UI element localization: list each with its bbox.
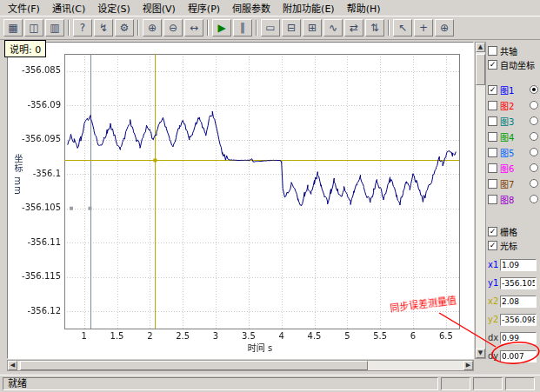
field-y2-label: y2 <box>488 315 500 324</box>
new-window-button[interactable]: ▦ <box>3 19 23 37</box>
field-y1-row: y1 <box>488 274 538 292</box>
cursor-row: ✓光标 <box>488 238 538 252</box>
zoom-out-button[interactable]: ⊖ <box>163 19 183 37</box>
cursor-label: 光标 <box>500 239 517 252</box>
scroll-right-button[interactable]: ▶ <box>463 361 473 370</box>
zoom-x-button[interactable]: ⊟ <box>282 19 301 37</box>
auto-scale-checkbox[interactable]: ✓ <box>488 60 497 70</box>
grid-row: ✓栅格 <box>488 224 538 238</box>
plot-7-checkbox[interactable] <box>488 179 497 189</box>
plot-8-row: 图8 <box>488 191 538 207</box>
plot-1-checkbox[interactable]: ✓ <box>488 85 497 95</box>
expand-x-button[interactable]: ↔ <box>184 19 203 37</box>
field-dy-label: dy <box>488 351 500 361</box>
grid-label: 栅格 <box>500 225 517 238</box>
menu-item-5[interactable]: 程序(P) <box>182 0 226 17</box>
field-x1-row: x1 <box>488 256 538 274</box>
chart-hscrollbar[interactable]: ◀ ▶ <box>7 360 474 371</box>
pause-button[interactable]: ‖ <box>233 19 252 37</box>
field-y1-input[interactable] <box>500 277 537 289</box>
status-pane-2 <box>473 377 503 390</box>
plot-4-radio[interactable] <box>530 132 538 141</box>
hscroll-thumb[interactable] <box>20 361 368 370</box>
scroll-x-button[interactable]: ⇄ <box>344 19 363 37</box>
plot-8-checkbox[interactable] <box>488 195 497 204</box>
plot-2-checkbox[interactable] <box>488 101 497 110</box>
chart-vscrollbar[interactable]: ▲ ▼ <box>475 42 486 359</box>
menu-item-4[interactable]: 视图(V) <box>137 0 182 17</box>
toolbar-separator <box>207 20 209 36</box>
toolbar-separator <box>388 20 390 36</box>
plot-4-label: 图4 <box>500 130 514 143</box>
settings-button[interactable]: ⚙ <box>115 19 134 37</box>
vscroll-thumb[interactable] <box>476 54 485 85</box>
menu-item-8[interactable]: 帮助(H) <box>341 0 387 17</box>
scroll-up-button[interactable]: ▲ <box>476 43 485 52</box>
plot-5-row: 图5 <box>488 144 538 160</box>
plot-7-radio[interactable] <box>530 179 538 188</box>
field-dy-input[interactable] <box>500 350 537 362</box>
open-button[interactable]: ◫ <box>24 19 43 37</box>
save-button[interactable]: ▥ <box>45 19 64 37</box>
plot-5-radio[interactable] <box>530 148 538 156</box>
hint-tooltip: 说明: 0 <box>4 40 46 57</box>
scroll-left-button[interactable]: ◀ <box>8 361 17 370</box>
plot-1-row: ✓图1 <box>488 82 538 97</box>
zoom-y-button[interactable]: ⊞ <box>303 19 322 37</box>
toolbar-separator <box>137 20 139 36</box>
common-axis-checkbox[interactable] <box>488 46 497 56</box>
menu-item-1[interactable]: 文件(F) <box>2 0 46 17</box>
plot-8-radio[interactable] <box>530 195 538 203</box>
run-button[interactable]: ▶ <box>212 19 231 37</box>
plot-7-label: 图7 <box>500 177 514 190</box>
x-axis-title: 时间 s <box>208 341 312 354</box>
panel-spacer <box>488 71 538 82</box>
toolbar: ▦◫▥?↯⚙⊕⊖↔▶‖▭⊟⊞∿⇄⇅↖+⊕ <box>0 17 540 40</box>
common-axis-row: 共轴 <box>488 43 538 57</box>
menu-item-3[interactable]: 设定(S) <box>91 0 137 17</box>
y-axis-title: 坐标 mm <box>11 154 24 196</box>
field-dx-row: dx <box>488 329 538 347</box>
field-dx-input[interactable] <box>500 332 537 344</box>
plot-3-radio[interactable] <box>530 116 538 125</box>
connect-button[interactable]: ↯ <box>94 19 113 37</box>
plot-6-radio[interactable] <box>530 163 538 172</box>
center-button[interactable]: ⊕ <box>435 19 454 37</box>
plot-1-radio[interactable] <box>530 85 538 94</box>
plot-6-checkbox[interactable] <box>488 163 497 173</box>
field-x2-label: x2 <box>488 296 500 306</box>
plot-1-label: 图1 <box>500 83 514 96</box>
plot-4-row: 图4 <box>488 129 538 144</box>
menu-item-6[interactable]: 伺服参数 <box>226 0 277 17</box>
box-zoom-button[interactable]: ▭ <box>261 19 280 37</box>
scroll-y-button[interactable]: ⇅ <box>365 19 384 37</box>
zoom-in-button[interactable]: ⊕ <box>143 19 162 37</box>
toolbar-separator <box>68 20 70 36</box>
plot-5-label: 图5 <box>500 146 514 159</box>
field-x2-input[interactable] <box>500 296 537 308</box>
plot-3-checkbox[interactable] <box>488 116 497 126</box>
field-x1-input[interactable] <box>500 259 537 271</box>
grid-checkbox[interactable]: ✓ <box>488 227 497 236</box>
cursor-checkbox[interactable]: ✓ <box>488 241 497 250</box>
auto-scale-row: ✓自动坐标 <box>488 57 538 71</box>
crosshair-button[interactable]: + <box>414 19 433 37</box>
plot-8-label: 图8 <box>500 193 514 206</box>
plot-2-radio[interactable] <box>530 101 538 110</box>
plot-3-label: 图3 <box>500 115 514 128</box>
plot-6-label: 图6 <box>500 162 514 175</box>
plot-4-checkbox[interactable] <box>488 132 497 142</box>
plot-6-row: 图6 <box>488 160 538 176</box>
plot-2-row: 图2 <box>488 97 538 113</box>
menu-item-7[interactable]: 附加功能(E) <box>277 0 341 17</box>
pointer-button[interactable]: ↖ <box>393 19 412 37</box>
signal-button[interactable]: ∿ <box>323 19 343 37</box>
menu-item-2[interactable]: 通讯(C) <box>46 0 91 17</box>
hint-button[interactable]: ? <box>73 19 92 37</box>
scroll-down-button[interactable]: ▼ <box>476 349 485 358</box>
status-pane-1 <box>441 377 470 390</box>
plot-5-checkbox[interactable] <box>488 148 497 157</box>
field-y2-input[interactable] <box>500 314 537 326</box>
control-panel: 共轴✓自动坐标✓图1图2图3图4图5图6图7图8✓栅格✓光标x1y1x2y2dx… <box>488 43 538 371</box>
field-dy-row: dy <box>488 347 538 365</box>
